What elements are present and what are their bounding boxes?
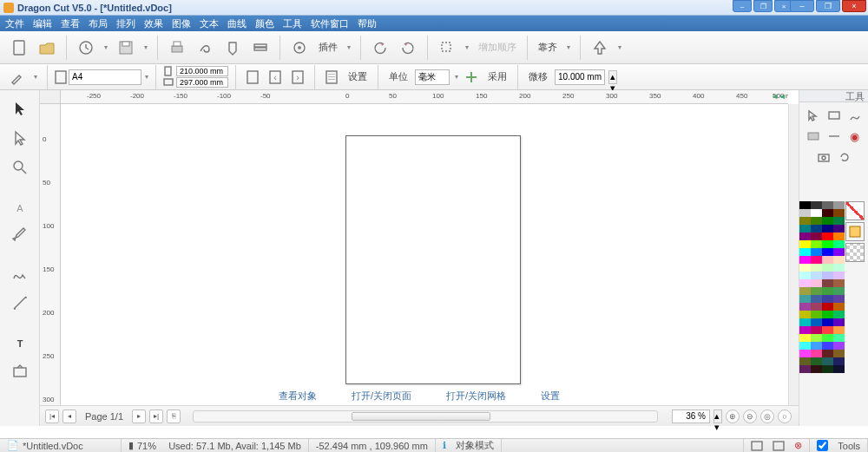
dropdown-icon[interactable]: ▾ bbox=[564, 43, 573, 51]
rect-icon[interactable] bbox=[825, 106, 844, 125]
menu-file[interactable]: 文件 bbox=[5, 17, 24, 30]
color-icon[interactable]: ◉ bbox=[845, 127, 865, 146]
color-swatch[interactable] bbox=[833, 295, 845, 303]
zoom-page-button[interactable]: ◎ bbox=[760, 409, 774, 423]
menu-edit[interactable]: 编辑 bbox=[33, 17, 52, 30]
line-icon[interactable] bbox=[825, 127, 844, 146]
next-page-button[interactable]: ▸ bbox=[132, 409, 146, 423]
color-swatch[interactable] bbox=[799, 334, 811, 342]
first-page-button[interactable]: |◂ bbox=[45, 409, 59, 423]
mdi-min-button[interactable]: – bbox=[733, 0, 752, 12]
color-swatch[interactable] bbox=[822, 357, 833, 365]
color-swatch[interactable] bbox=[833, 279, 845, 287]
toggle-page-link[interactable]: 打开/关闭页面 bbox=[352, 390, 411, 403]
color-swatch[interactable] bbox=[833, 342, 845, 350]
color-swatch[interactable] bbox=[811, 357, 822, 365]
color-swatch[interactable] bbox=[833, 334, 845, 342]
color-swatch[interactable] bbox=[822, 217, 833, 225]
crop-button[interactable] bbox=[435, 36, 459, 60]
menu-arrange[interactable]: 排列 bbox=[116, 17, 135, 30]
color-swatch[interactable] bbox=[811, 326, 822, 334]
color-swatch[interactable] bbox=[799, 201, 811, 209]
color-swatch[interactable] bbox=[822, 342, 833, 350]
view-objects-link[interactable]: 查看对象 bbox=[279, 390, 317, 403]
color-swatch[interactable] bbox=[822, 365, 833, 373]
color-swatch[interactable] bbox=[799, 295, 811, 303]
color-swatch[interactable] bbox=[799, 342, 811, 350]
node-icon[interactable] bbox=[845, 106, 865, 125]
save-button[interactable] bbox=[114, 36, 138, 60]
nudge-spinner[interactable]: ▴▾ bbox=[608, 70, 617, 84]
apply-button[interactable] bbox=[462, 65, 481, 89]
color-swatch[interactable] bbox=[822, 326, 833, 334]
color-swatch[interactable] bbox=[833, 248, 845, 256]
undo-button[interactable] bbox=[368, 36, 392, 60]
measure-tool[interactable] bbox=[5, 290, 35, 316]
color-swatch[interactable] bbox=[811, 209, 822, 217]
canvas-settings-link[interactable]: 设置 bbox=[541, 390, 560, 403]
refresh-icon[interactable] bbox=[835, 147, 854, 167]
color-swatch[interactable] bbox=[833, 318, 845, 326]
recent-button[interactable] bbox=[74, 36, 98, 60]
color-swatch[interactable] bbox=[811, 342, 822, 350]
color-swatch[interactable] bbox=[799, 303, 811, 311]
color-swatch[interactable] bbox=[811, 272, 822, 279]
nudge-input[interactable] bbox=[555, 69, 605, 85]
color-swatch[interactable] bbox=[833, 350, 845, 357]
tools-toggle[interactable] bbox=[817, 440, 828, 451]
dropdown-icon[interactable]: ▾ bbox=[615, 43, 624, 51]
color-swatch[interactable] bbox=[833, 272, 845, 279]
color-swatch[interactable] bbox=[833, 240, 845, 248]
ruler-vertical[interactable]: 0 50 100 150 200 250 300 bbox=[40, 104, 61, 405]
color-swatch[interactable] bbox=[811, 365, 822, 373]
camera-icon[interactable] bbox=[814, 147, 833, 167]
color-swatch[interactable] bbox=[822, 256, 833, 264]
zoom-tool[interactable] bbox=[5, 154, 35, 180]
page-width-input[interactable] bbox=[176, 66, 228, 76]
zoom-fit-button[interactable]: ⊕ bbox=[726, 409, 740, 423]
color-swatch[interactable] bbox=[833, 256, 845, 264]
color-swatch[interactable] bbox=[822, 264, 833, 272]
color-swatch[interactable] bbox=[811, 248, 822, 256]
plugins-button[interactable] bbox=[287, 36, 312, 60]
color-swatch[interactable] bbox=[822, 303, 833, 311]
dropdown-icon[interactable]: ▾ bbox=[345, 43, 353, 51]
color-swatch[interactable] bbox=[799, 256, 811, 264]
color-options-button[interactable] bbox=[845, 222, 865, 241]
dropdown-icon[interactable]: ▾ bbox=[463, 43, 471, 51]
dropdown-icon[interactable]: ▾ bbox=[455, 73, 458, 81]
ruler-horizontal[interactable]: -250 -200 -150 -100 -50 0 50 100 150 200… bbox=[61, 90, 788, 104]
ruler-corner[interactable] bbox=[40, 90, 61, 104]
color-swatch[interactable] bbox=[811, 303, 822, 311]
menu-text[interactable]: 文本 bbox=[200, 17, 219, 30]
window-max-button[interactable]: ❐ bbox=[816, 0, 840, 12]
bucket-button[interactable] bbox=[220, 36, 245, 60]
settings-label[interactable]: 设置 bbox=[345, 70, 371, 83]
color-swatch[interactable] bbox=[799, 272, 811, 279]
dropdown-icon[interactable]: ▾ bbox=[31, 73, 40, 81]
color-swatch[interactable] bbox=[799, 365, 811, 373]
panel-tab[interactable]: 工具 bbox=[845, 90, 865, 102]
color-swatch[interactable] bbox=[799, 248, 811, 256]
zoom-spinner[interactable]: ▴▾ bbox=[713, 409, 722, 423]
color-swatch[interactable] bbox=[799, 233, 811, 240]
color-swatch[interactable] bbox=[822, 209, 833, 217]
menu-effects[interactable]: 效果 bbox=[144, 17, 163, 30]
color-swatch[interactable] bbox=[833, 311, 845, 318]
type-tool[interactable]: T bbox=[5, 328, 35, 354]
paint-button[interactable] bbox=[193, 36, 217, 60]
stack-button[interactable] bbox=[248, 36, 273, 60]
color-swatch[interactable] bbox=[833, 201, 845, 209]
next-page-button[interactable]: › bbox=[288, 65, 307, 89]
vertical-scrollbar[interactable] bbox=[788, 104, 799, 405]
prev-page-button[interactable]: ‹ bbox=[266, 65, 285, 89]
color-swatch[interactable] bbox=[822, 272, 833, 279]
apply-label[interactable]: 采用 bbox=[484, 70, 510, 83]
arrow-icon[interactable] bbox=[804, 106, 823, 125]
color-swatch[interactable] bbox=[811, 233, 822, 240]
color-swatch[interactable] bbox=[822, 295, 833, 303]
color-swatch[interactable] bbox=[833, 365, 845, 373]
dropdown-icon[interactable]: ▾ bbox=[141, 43, 150, 51]
prev-page-button[interactable]: ◂ bbox=[62, 409, 76, 423]
scroll-thumb[interactable] bbox=[352, 412, 490, 421]
